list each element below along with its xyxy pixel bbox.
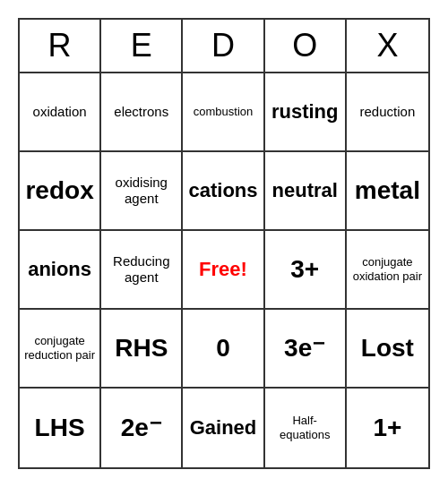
bingo-cell: anions <box>20 231 101 310</box>
bingo-cell: redox <box>20 152 101 231</box>
bingo-cell: 3+ <box>265 231 347 310</box>
bingo-cell: combustion <box>183 73 264 152</box>
bingo-cell: reduction <box>347 73 428 152</box>
bingo-cell: Reducing agent <box>101 231 183 310</box>
bingo-cell: 1+ <box>347 389 428 467</box>
bingo-cell: Gained <box>183 389 264 467</box>
header-letter: X <box>347 20 428 72</box>
bingo-card: REDOX oxidationelectronscombustionrustin… <box>18 18 430 469</box>
bingo-cell: Half-equations <box>265 389 347 467</box>
bingo-cell: RHS <box>101 310 183 389</box>
bingo-cell: electrons <box>101 73 183 152</box>
header-letter: R <box>20 20 101 72</box>
header-letter: O <box>265 20 347 72</box>
bingo-cell: cations <box>183 152 264 231</box>
header-letter: E <box>101 20 183 72</box>
bingo-cell: 2e⁻ <box>101 389 183 467</box>
bingo-cell: metal <box>347 152 428 231</box>
bingo-cell: oxidising agent <box>101 152 183 231</box>
header-letter: D <box>183 20 264 72</box>
bingo-cell: 3e⁻ <box>265 310 347 389</box>
bingo-grid: oxidationelectronscombustionrustingreduc… <box>20 73 428 467</box>
bingo-cell: Free! <box>183 231 264 310</box>
bingo-cell: oxidation <box>20 73 101 152</box>
bingo-cell: rusting <box>265 73 347 152</box>
bingo-cell: conjugate oxidation pair <box>347 231 428 310</box>
bingo-cell: LHS <box>20 389 101 467</box>
bingo-cell: conjugate reduction pair <box>20 310 101 389</box>
bingo-cell: 0 <box>183 310 264 389</box>
bingo-cell: Lost <box>347 310 428 389</box>
bingo-header: REDOX <box>20 20 428 73</box>
bingo-cell: neutral <box>265 152 347 231</box>
